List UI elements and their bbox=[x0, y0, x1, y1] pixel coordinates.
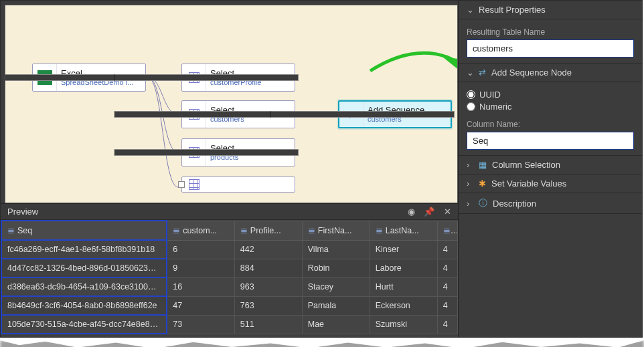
properties-panel: ⌄ Result Properties Resulting Table Name… bbox=[458, 1, 642, 337]
table-cell: 47 bbox=[167, 296, 234, 315]
section-title: Description bbox=[493, 199, 536, 209]
variable-icon: ✱ bbox=[479, 179, 486, 189]
chevron-right-icon: › bbox=[467, 160, 473, 170]
decorative-edge bbox=[0, 340, 644, 347]
eye-icon[interactable]: ◉ bbox=[408, 207, 415, 217]
table-cell: 6 bbox=[167, 240, 234, 259]
section-title: Column Selection bbox=[492, 160, 560, 170]
field-label: Resulting Table Name bbox=[467, 27, 634, 37]
preview-title: Preview bbox=[7, 207, 38, 217]
table-cell: Pamala bbox=[302, 296, 370, 315]
grid-icon bbox=[182, 177, 206, 192]
chevron-right-icon: › bbox=[467, 179, 473, 189]
node-select-customerprofile[interactable]: Select customerProfile bbox=[181, 64, 295, 92]
column-name-input[interactable] bbox=[467, 132, 634, 150]
radio-uuid[interactable]: UUID bbox=[467, 90, 634, 100]
columns-icon: ▦ bbox=[479, 160, 487, 170]
close-icon[interactable]: ✕ bbox=[444, 207, 451, 217]
table-cell: Robin bbox=[302, 259, 370, 277]
table-cell: 16 bbox=[167, 277, 234, 296]
table-row[interactable]: 105de730-515a-4cbe-af45-dcc74e8e88df7351… bbox=[1, 315, 458, 334]
col-header[interactable]: ≣ bbox=[437, 221, 457, 240]
table-cell: 963 bbox=[234, 277, 302, 296]
table-cell: 4 bbox=[437, 259, 457, 277]
section-set-variable-values[interactable]: › ✱ Set Variable Values bbox=[459, 175, 642, 193]
section-title: Result Properties bbox=[479, 5, 546, 15]
node-partial[interactable] bbox=[181, 177, 295, 193]
port[interactable] bbox=[114, 149, 299, 156]
col-header[interactable]: ≣custom... bbox=[167, 221, 234, 240]
table-cell: 4 bbox=[437, 277, 457, 296]
section-add-sequence-node[interactable]: ⌄ ⇄ Add Sequence Node bbox=[459, 64, 642, 82]
chevron-down-icon: ⌄ bbox=[467, 68, 473, 78]
table-cell: 442 bbox=[234, 240, 302, 259]
section-result-properties[interactable]: ⌄ Result Properties bbox=[459, 1, 642, 19]
left-pane: X Excel SpreadSheetDemo l... Select cust… bbox=[1, 1, 458, 337]
node-select-products[interactable]: Select products bbox=[181, 138, 295, 166]
table-cell: 8b4649cf-3cf6-4054-8ab0-8b6898eff62e bbox=[1, 296, 167, 315]
preview-table: ≣Seq ≣custom... ≣Profile... ≣FirstNa... … bbox=[1, 220, 458, 334]
table-cell: Kinser bbox=[370, 240, 437, 259]
node-add-sequence[interactable]: ⇄ Add Sequence customers bbox=[338, 100, 452, 128]
preview-panel: Preview ◉ 📌 ✕ ≣Seq ≣custom... ≣Profile..… bbox=[1, 203, 458, 337]
field-label: Column Name: bbox=[467, 120, 634, 129]
table-cell: Vilma bbox=[302, 240, 370, 259]
table-cell: 4 bbox=[437, 296, 457, 315]
table-cell: 511 bbox=[234, 315, 302, 334]
port[interactable] bbox=[114, 74, 299, 81]
app-root: X Excel SpreadSheetDemo l... Select cust… bbox=[0, 0, 643, 338]
table-cell: 4 bbox=[437, 315, 457, 334]
chevron-down-icon: ⌄ bbox=[467, 5, 473, 15]
sequence-icon: ⇄ bbox=[479, 68, 486, 78]
radio-numeric[interactable]: Numeric bbox=[467, 102, 634, 112]
section-column-selection[interactable]: › ▦ Column Selection bbox=[459, 156, 642, 175]
table-cell: 73 bbox=[167, 315, 234, 334]
radio-label: Numeric bbox=[479, 102, 511, 112]
col-header[interactable]: ≣FirstNa... bbox=[302, 221, 370, 240]
table-cell: 4d47cc82-1326-4bed-896d-0185062355f9 bbox=[1, 259, 167, 277]
section-title: Add Sequence Node bbox=[491, 68, 572, 78]
info-icon: ⓘ bbox=[479, 197, 487, 209]
section-description[interactable]: › ⓘ Description bbox=[459, 193, 642, 214]
table-cell: d386ea63-dc9b-4654-a109-63ce3100e034 bbox=[1, 277, 167, 296]
table-cell: 9 bbox=[167, 259, 234, 277]
port[interactable] bbox=[178, 181, 185, 188]
table-row[interactable]: 4d47cc82-1326-4bed-896d-0185062355f99884… bbox=[1, 259, 458, 277]
radio-input[interactable] bbox=[467, 102, 475, 111]
table-row[interactable]: 8b4649cf-3cf6-4054-8ab0-8b6898eff62e4776… bbox=[1, 296, 458, 315]
col-header[interactable]: ≣Profile... bbox=[234, 221, 302, 240]
table-cell: Hurtt bbox=[370, 277, 437, 296]
chevron-right-icon: › bbox=[467, 199, 473, 209]
radio-input[interactable] bbox=[467, 90, 475, 99]
radio-label: UUID bbox=[479, 90, 501, 100]
table-cell: 105de730-515a-4cbe-af45-dcc74e8e88df bbox=[1, 315, 167, 334]
table-cell: 763 bbox=[234, 296, 302, 315]
table-row[interactable]: fc46a269-ecff-4ae1-8e6f-58bf8b391b186442… bbox=[1, 240, 458, 259]
table-cell: 884 bbox=[234, 259, 302, 277]
table-cell: Labore bbox=[370, 259, 437, 277]
table-cell: Mae bbox=[302, 315, 370, 334]
section-title: Set Variable Values bbox=[491, 179, 566, 189]
table-cell: Eckerson bbox=[370, 296, 437, 315]
col-header[interactable]: ≣Seq bbox=[1, 221, 167, 240]
table-row[interactable]: d386ea63-dc9b-4654-a109-63ce3100e0341696… bbox=[1, 277, 458, 296]
preview-header: Preview ◉ 📌 ✕ bbox=[1, 204, 458, 220]
flow-canvas[interactable]: X Excel SpreadSheetDemo l... Select cust… bbox=[5, 5, 458, 203]
col-header[interactable]: ≣LastNa... bbox=[370, 221, 437, 240]
resulting-table-name-input[interactable] bbox=[467, 39, 634, 57]
table-cell: Stacey bbox=[302, 277, 370, 296]
table-cell: 4 bbox=[437, 240, 457, 259]
table-cell: Szumski bbox=[370, 315, 437, 334]
port[interactable] bbox=[270, 111, 455, 118]
pin-icon[interactable]: 📌 bbox=[424, 207, 434, 217]
table-cell: fc46a269-ecff-4ae1-8e6f-58bf8b391b18 bbox=[1, 240, 167, 259]
